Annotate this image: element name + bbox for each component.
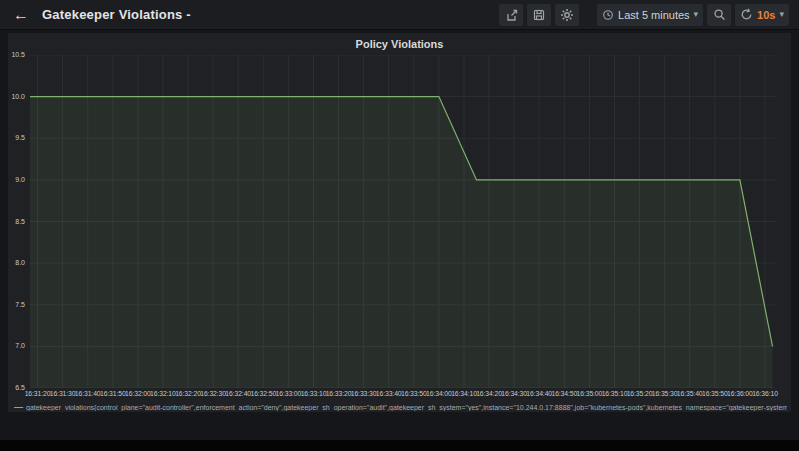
x-axis-label: 16:31:40 bbox=[75, 390, 101, 397]
y-axis-label: 10.5 bbox=[11, 51, 25, 58]
share-button[interactable] bbox=[499, 4, 523, 26]
x-axis-label: 16:35:10 bbox=[602, 390, 628, 397]
x-axis-label: 16:36:00 bbox=[727, 390, 753, 397]
x-axis-label: 16:31:20 bbox=[25, 390, 51, 397]
x-axis-label: 16:32:50 bbox=[250, 390, 276, 397]
x-axis-label: 16:33:40 bbox=[376, 390, 402, 397]
magnifier-icon bbox=[713, 8, 726, 21]
save-button[interactable] bbox=[527, 4, 551, 26]
navbar-toolbar: Last 5 minutes ▾ 10s ▾ bbox=[499, 4, 789, 26]
y-axis-label: 9.5 bbox=[15, 134, 25, 141]
x-axis-label: 16:35:20 bbox=[627, 390, 653, 397]
x-axis-label: 16:32:10 bbox=[150, 390, 176, 397]
x-axis-label: 16:31:30 bbox=[50, 390, 76, 397]
back-icon[interactable]: ← bbox=[10, 7, 32, 23]
dashboard-title[interactable]: Gatekeeper Violations - bbox=[42, 7, 191, 22]
x-axis-label: 16:34:30 bbox=[501, 390, 527, 397]
x-axis-label: 16:33:00 bbox=[276, 390, 302, 397]
legend-series-swatch: — bbox=[14, 403, 23, 412]
y-axis-label: 7.5 bbox=[15, 301, 25, 308]
x-axis-label: 16:33:30 bbox=[351, 390, 377, 397]
zoom-out-button[interactable] bbox=[707, 4, 731, 26]
gear-icon bbox=[560, 8, 574, 22]
legend-series-label: gatekeeper_violations{control_plane="aud… bbox=[26, 404, 787, 411]
x-axis-label: 16:35:00 bbox=[577, 390, 603, 397]
time-range-picker[interactable]: Last 5 minutes ▾ bbox=[597, 4, 703, 26]
settings-button[interactable] bbox=[555, 4, 579, 26]
x-axis-label: 16:34:40 bbox=[526, 390, 552, 397]
panel-title[interactable]: Policy Violations bbox=[8, 33, 791, 53]
refresh-icon bbox=[740, 8, 753, 21]
x-axis: 16:31:2016:31:3016:31:4016:31:5016:32:00… bbox=[30, 390, 775, 402]
share-icon bbox=[504, 8, 518, 22]
graph-panel: Policy Violations 10.510.09.59.08.58.07.… bbox=[8, 33, 791, 412]
refresh-interval-label: 10s bbox=[757, 9, 775, 21]
save-icon bbox=[532, 8, 546, 22]
y-axis-label: 7.0 bbox=[15, 342, 25, 349]
refresh-chevron-down-icon: ▾ bbox=[779, 10, 784, 19]
y-axis-label: 8.5 bbox=[15, 218, 25, 225]
x-axis-label: 16:33:50 bbox=[401, 390, 427, 397]
y-axis-label: 9.0 bbox=[15, 176, 25, 183]
x-axis-label: 16:34:50 bbox=[551, 390, 577, 397]
bottom-strip bbox=[0, 440, 799, 451]
x-axis-label: 16:34:20 bbox=[476, 390, 502, 397]
x-axis-label: 16:35:40 bbox=[677, 390, 703, 397]
chart-svg bbox=[30, 55, 775, 388]
top-navbar: ← Gatekeeper Violations - bbox=[0, 0, 799, 30]
x-axis-label: 16:34:00 bbox=[426, 390, 452, 397]
clock-icon bbox=[602, 9, 614, 21]
y-axis-label: 6.5 bbox=[15, 384, 25, 391]
x-axis-label: 16:31:50 bbox=[100, 390, 126, 397]
x-axis-label: 16:33:10 bbox=[301, 390, 327, 397]
chevron-down-icon: ▾ bbox=[694, 10, 699, 19]
x-axis-label: 16:35:30 bbox=[652, 390, 678, 397]
y-axis-label: 8.0 bbox=[15, 259, 25, 266]
chart-plot-area[interactable] bbox=[30, 55, 775, 388]
x-axis-label: 16:32:00 bbox=[125, 390, 151, 397]
y-axis-label: 10.0 bbox=[11, 93, 25, 100]
legend[interactable]: — gatekeeper_violations{control_plane="a… bbox=[14, 402, 787, 412]
refresh-button[interactable]: 10s ▾ bbox=[735, 4, 789, 26]
time-range-label: Last 5 minutes bbox=[618, 9, 690, 21]
x-axis-label: 16:32:40 bbox=[225, 390, 251, 397]
y-axis: 10.510.09.59.08.58.07.57.06.5 bbox=[8, 55, 28, 388]
x-axis-label: 16:32:30 bbox=[200, 390, 226, 397]
x-axis-label: 16:34:10 bbox=[451, 390, 477, 397]
x-axis-label: 16:35:50 bbox=[702, 390, 728, 397]
x-axis-label: 16:36:10 bbox=[752, 390, 778, 397]
x-axis-label: 16:33:20 bbox=[326, 390, 352, 397]
x-axis-label: 16:32:20 bbox=[175, 390, 201, 397]
